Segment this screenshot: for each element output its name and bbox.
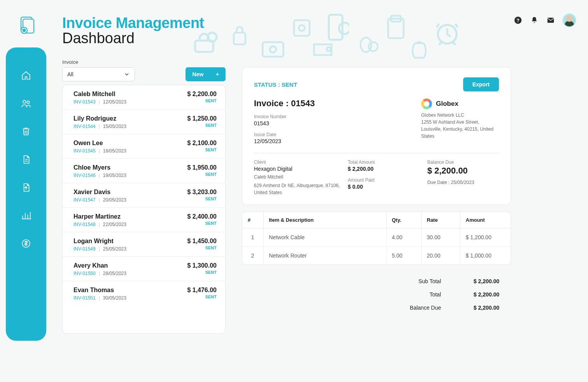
invoice-list-item[interactable]: Evan ThomasINV-01551|30/05/2023$ 1,476.0…	[63, 281, 225, 305]
mail-icon[interactable]	[546, 16, 555, 25]
svg-rect-10	[262, 42, 283, 56]
invoice-item-id: INV-01551	[74, 295, 96, 301]
invoice-item-date: 22/05/2023	[103, 222, 126, 227]
row-amount: $ 1,200.00	[460, 228, 511, 247]
invoice-item-date: 15/05/2023	[103, 124, 126, 129]
invoice-list-item[interactable]: Xavier DavisINV-01547|20/05/2023$ 3,203.…	[63, 183, 225, 208]
svg-point-21	[438, 25, 457, 44]
row-desc: Network Router	[263, 247, 386, 265]
svg-rect-9	[234, 33, 245, 44]
invoice-list-item[interactable]: Chloe MyersINV-01546|19/05/2023$ 1,950.0…	[63, 159, 225, 183]
sidebar-item-trash[interactable]	[21, 126, 32, 137]
svg-rect-20	[391, 16, 401, 22]
amount-paid-label: Amount Paid	[348, 177, 419, 183]
invoice-item-status: SENT	[187, 123, 217, 128]
items-table: # Item & Description Qty. Rate Amount 1N…	[242, 212, 511, 265]
invoice-filter-select[interactable]: All	[62, 67, 135, 81]
invoice-item-status: SENT	[187, 172, 217, 177]
sidebar-item-payments[interactable]	[21, 238, 32, 249]
svg-point-5	[27, 101, 30, 104]
company-legal-name: Globex Network LLC	[421, 112, 499, 119]
invoice-item-separator: |	[99, 222, 100, 227]
bell-icon[interactable]	[530, 16, 539, 25]
divider	[254, 153, 499, 153]
amount-paid-value: $ 0.00	[348, 184, 419, 190]
sidebar-item-documents[interactable]	[21, 154, 32, 165]
page-header: Invoice Management Dashboard	[62, 15, 204, 47]
client-label: Client	[254, 159, 340, 165]
invoice-item-amount: $ 1,450.00	[187, 238, 217, 245]
sidebar-item-analytics[interactable]	[21, 210, 32, 221]
col-header-qty: Qty.	[386, 212, 421, 228]
invoice-item-amount: $ 1,476.00	[187, 287, 217, 294]
invoice-item-separator: |	[99, 173, 100, 178]
invoice-item-name: Caleb Mitchell	[74, 91, 126, 98]
col-header-num: #	[242, 212, 263, 228]
row-qty: 4.00	[386, 228, 421, 247]
balance-due-label: Balance Due	[427, 159, 499, 165]
invoice-list-item[interactable]: Logan WrightINV-01549|25/05/2023$ 1,450.…	[63, 232, 225, 257]
invoice-item-id: INV-01548	[74, 222, 96, 227]
invoice-item-date: 25/05/2023	[103, 246, 126, 252]
invoice-item-id: INV-01546	[74, 173, 96, 178]
issue-date-label: Issue Date	[254, 132, 315, 137]
export-button[interactable]: Export	[463, 77, 499, 91]
invoice-item-separator: |	[99, 148, 100, 154]
invoice-item-amount: $ 1,250.00	[187, 115, 217, 122]
svg-point-16	[339, 23, 349, 34]
plus-icon	[215, 72, 220, 77]
svg-point-8	[208, 33, 217, 42]
total-amount-value: $ 2,200.00	[348, 166, 419, 172]
subtotal-value: $ 2,200.00	[457, 278, 499, 284]
invoice-item-status: SENT	[187, 270, 217, 275]
col-header-amount: Amount	[460, 212, 511, 228]
invoice-item-name: Lily Rodriguez	[74, 115, 126, 122]
svg-point-14	[327, 47, 331, 51]
invoice-item-date: 12/05/2023	[103, 99, 126, 105]
invoice-list-item[interactable]: Avery KhanINV-01550|28/05/2023$ 1,300.00…	[63, 257, 225, 281]
invoice-list-item[interactable]: Lily RodriguezINV-01544|15/05/2023$ 1,25…	[63, 110, 225, 134]
page-title-line2: Dashboard	[62, 30, 204, 47]
app-logo	[19, 16, 35, 37]
sidebar-item-invoices[interactable]	[21, 182, 32, 193]
svg-rect-12	[294, 20, 310, 36]
table-row: 1Network Cable4.0030.00$ 1,200.00	[242, 228, 511, 247]
invoice-item-status: SENT	[187, 196, 217, 201]
invoice-item-id: INV-01543	[74, 99, 96, 105]
invoice-item-name: Logan Wright	[74, 238, 126, 245]
new-button-label: New	[192, 71, 204, 77]
svg-point-4	[23, 100, 26, 103]
topbar: ?	[513, 13, 576, 27]
invoice-item-separator: |	[99, 271, 100, 276]
sidebar-item-users[interactable]	[21, 98, 32, 109]
totals-summary: Sub Total $ 2,200.00 Total $ 2,200.00 Ba…	[242, 275, 511, 314]
invoice-list-item[interactable]: Harper MartinezINV-01548|22/05/2023$ 2,4…	[63, 208, 225, 232]
invoice-item-status: SENT	[187, 147, 217, 152]
client-contact: Caleb Mitchell	[254, 173, 340, 180]
invoice-item-id: INV-01550	[74, 271, 96, 276]
invoice-list: Caleb MitchellINV-01543|12/05/2023$ 2,20…	[62, 85, 226, 334]
svg-text:?: ?	[516, 18, 520, 23]
row-num: 1	[242, 228, 263, 247]
balance-summary-value: $ 2,200.00	[457, 305, 499, 311]
invoice-list-item[interactable]: Caleb MitchellINV-01543|12/05/2023$ 2,20…	[63, 85, 225, 110]
invoice-item-amount: $ 2,100.00	[187, 140, 217, 147]
decorative-icons	[191, 12, 518, 63]
invoice-item-separator: |	[99, 246, 100, 252]
invoice-number-value: 01543	[254, 120, 315, 126]
help-icon[interactable]: ?	[513, 16, 523, 25]
svg-point-17	[360, 37, 371, 52]
invoice-list-item[interactable]: Owen LeeINV-01545|18/05/2023$ 2,100.00SE…	[63, 134, 225, 159]
user-avatar[interactable]	[562, 13, 576, 27]
sidebar-item-home[interactable]	[21, 70, 32, 81]
invoice-item-amount: $ 1,300.00	[187, 262, 217, 269]
invoice-item-name: Owen Lee	[74, 140, 126, 147]
invoice-item-id: INV-01544	[74, 124, 96, 129]
invoice-item-amount: $ 2,200.00	[187, 91, 217, 98]
invoice-item-date: 20/05/2023	[103, 197, 126, 203]
invoice-item-status: SENT	[187, 245, 217, 250]
issue-date-value: 12/05/2023	[254, 138, 315, 144]
new-invoice-button[interactable]: New	[186, 67, 226, 81]
col-header-rate: Rate	[421, 212, 460, 228]
invoice-item-separator: |	[99, 197, 100, 203]
